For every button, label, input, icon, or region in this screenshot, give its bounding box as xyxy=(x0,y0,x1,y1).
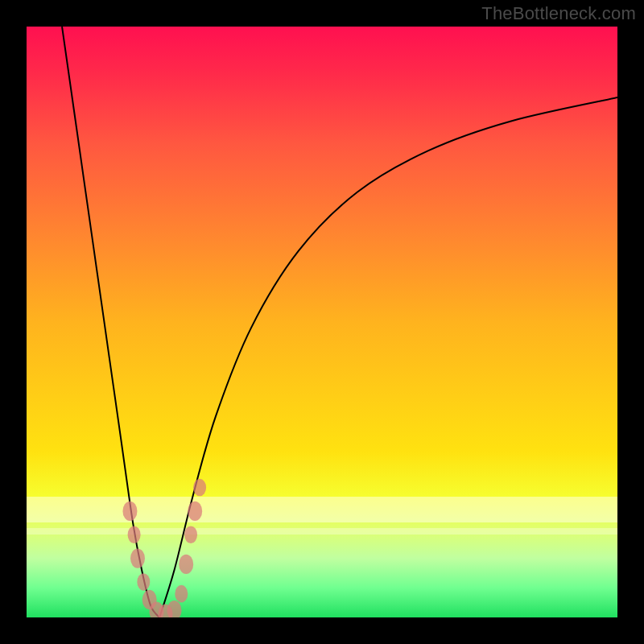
curves-layer xyxy=(27,27,617,617)
data-marker xyxy=(179,555,193,574)
data-marker xyxy=(128,526,141,543)
chart-frame: TheBottleneck.com xyxy=(0,0,644,644)
data-marker xyxy=(130,548,145,568)
data-marker xyxy=(167,601,182,617)
data-marker xyxy=(193,479,206,497)
watermark-text: TheBottleneck.com xyxy=(481,3,636,24)
right-branch-curve xyxy=(159,97,617,617)
left-branch-curve xyxy=(62,27,159,617)
data-marker xyxy=(122,502,137,521)
plot-area xyxy=(27,27,617,617)
data-marker xyxy=(188,502,202,521)
data-marker xyxy=(184,526,197,543)
data-marker xyxy=(137,573,150,591)
data-marker xyxy=(175,585,188,603)
markers-group xyxy=(122,479,206,617)
